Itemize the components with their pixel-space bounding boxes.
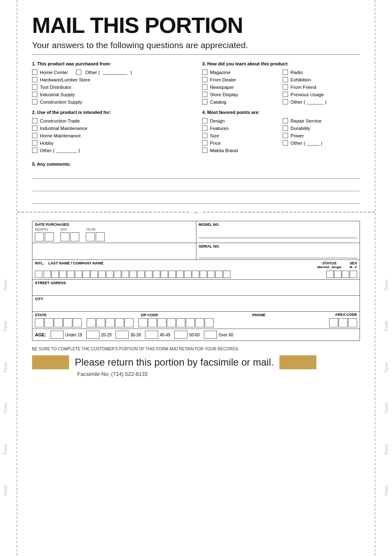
orange-bar-left	[32, 355, 69, 369]
q1-tool-dist[interactable]: Tool Distributor	[32, 84, 190, 90]
month-label: MONTH	[35, 227, 54, 232]
q4-makita[interactable]: Makita Brand	[202, 148, 279, 153]
age-30-39[interactable]: 30-39	[115, 331, 141, 339]
q4-price[interactable]: Price	[202, 140, 279, 146]
year-label: YEAR	[86, 227, 105, 232]
phone-label: PHONE	[252, 313, 265, 317]
day-label: DAY	[60, 227, 79, 232]
q4-durability[interactable]: Durability	[283, 125, 360, 131]
day-box-1[interactable]	[60, 232, 69, 241]
q2-industrial[interactable]: Industrial Maintenance	[32, 125, 190, 131]
q4-features[interactable]: Features	[202, 125, 279, 131]
year-box-1[interactable]	[86, 232, 95, 241]
area-code-label: AREA CODE	[335, 313, 357, 317]
fax-number: Facsimile No: (714) 522-8133	[77, 371, 360, 377]
q1-option-home-center[interactable]: Home Center Other ( )	[32, 70, 190, 75]
question-1: 1. This product was purchased from: Home…	[32, 61, 190, 107]
status-label: STATUS	[317, 261, 341, 265]
single-label: Single	[332, 265, 341, 269]
age-label: AGE:	[35, 332, 46, 337]
f-label: F	[355, 265, 357, 269]
day-box-2[interactable]	[70, 232, 79, 241]
street-label: STREET ADRESS	[35, 281, 357, 285]
return-section: Please return this portion by facsimile …	[32, 355, 360, 369]
q4-size[interactable]: Size	[202, 133, 279, 138]
q4-other[interactable]: Other ()	[283, 140, 360, 146]
age-20-29[interactable]: 20-29	[86, 331, 112, 339]
q2-other[interactable]: Other ()	[32, 148, 190, 153]
q1-hardware[interactable]: Hardware/Lumber Store	[32, 77, 190, 82]
q3-magazine[interactable]: Magazine	[202, 70, 279, 75]
question-2: 2. Use of the product is intended for: C…	[32, 110, 190, 155]
month-box-1[interactable]	[35, 232, 44, 241]
age-50-60[interactable]: 50-60	[174, 331, 200, 339]
date-purchased-label: DATE PURCHASED	[35, 222, 194, 227]
married-label: Married	[317, 265, 329, 269]
q1-industrial-supply[interactable]: Industrial Supply	[32, 92, 190, 97]
q3-radio[interactable]: Radio	[283, 70, 360, 75]
question-5: 5. Any comments:	[32, 162, 360, 204]
q4-design[interactable]: Design	[202, 118, 279, 123]
main-title: MAIL THIS PORTION	[32, 12, 360, 38]
m-label: M	[350, 265, 353, 269]
q3-newspaper[interactable]: Newspaper	[202, 84, 279, 90]
q3-from-dealer[interactable]: From Dealer	[202, 77, 279, 82]
sex-label: SEX	[350, 261, 357, 265]
model-no-label: MODEL NO.	[199, 222, 357, 227]
intl-label: INTL. LAST NAME / COMPANY NAME	[35, 261, 104, 265]
q2-construction-trade[interactable]: Construction Trade	[32, 118, 190, 123]
subtitle: Your answers to the following questions …	[32, 40, 360, 55]
age-under19[interactable]: Under 19	[51, 331, 82, 339]
q2-home[interactable]: Home Maintenance	[32, 133, 190, 138]
q3-store-display[interactable]: Store Display	[202, 92, 279, 97]
cut-line: ✂	[17, 212, 375, 213]
city-label: CITY	[35, 297, 357, 301]
question-4: 4. Most favored points are: Design Featu…	[202, 110, 360, 155]
age-40-49[interactable]: 40-49	[145, 331, 171, 339]
state-label: STATE	[35, 313, 46, 317]
q1-construction-supply[interactable]: Construction Supply	[32, 99, 190, 104]
q3-other[interactable]: Other ()	[283, 99, 360, 104]
q3-exhibition[interactable]: Exhibition	[283, 77, 360, 82]
q3-catalog[interactable]: Catalog	[202, 99, 279, 104]
q2-hobby[interactable]: Hobby	[32, 140, 190, 146]
q4-repair[interactable]: Repair Service	[283, 118, 360, 123]
orange-bar-right	[279, 355, 316, 369]
month-box-2[interactable]	[45, 232, 54, 241]
serial-no-label: SERIAL NO.	[199, 244, 357, 248]
zip-label: ZIP CODE	[141, 313, 158, 317]
intl-box[interactable]	[35, 271, 42, 278]
lower-form: DATE PURCHASED MONTH DAY	[32, 221, 360, 377]
year-box-2[interactable]	[96, 232, 105, 241]
age-over60[interactable]: Over 60	[204, 331, 233, 339]
q3-prev-usage[interactable]: Previous Usage	[283, 92, 360, 97]
return-text: Please return this portion by facsimile …	[75, 357, 274, 368]
q3-from-friend[interactable]: From Friend	[283, 84, 360, 90]
question-3: 3. How did you learn about this product:…	[202, 61, 360, 107]
q4-power[interactable]: Power	[283, 133, 360, 138]
be-sure-text: BE SURE TO COMPLETE THE CUSTOMER'S PORTI…	[32, 347, 360, 351]
